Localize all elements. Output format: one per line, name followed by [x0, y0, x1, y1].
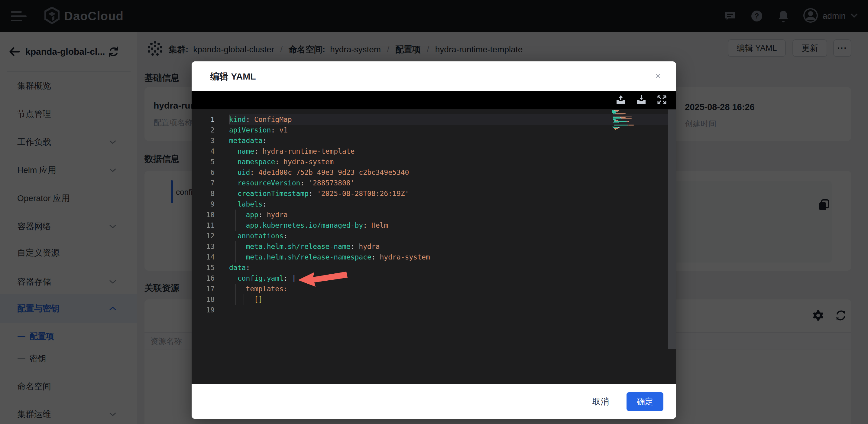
line-number: 17	[192, 284, 215, 294]
line-number: 9	[192, 199, 215, 210]
code-line[interactable]: 7 resourceVersion: '288573808'	[192, 178, 676, 188]
line-number: 1	[192, 114, 215, 125]
code-line[interactable]: 5 namespace: hydra-system	[192, 157, 676, 167]
modal-header: 编辑 YAML ×	[192, 61, 676, 91]
code-line[interactable]: 12 annotations:	[192, 231, 676, 241]
confirm-button[interactable]: 确定	[626, 392, 663, 411]
code-line[interactable]: 1kind: ConfigMap	[192, 114, 676, 125]
code-line[interactable]: 2apiVersion: v1	[192, 125, 676, 135]
code-line[interactable]: 3metadata:	[192, 135, 676, 146]
line-number: 2	[192, 125, 215, 135]
line-number: 16	[192, 273, 215, 284]
download-icon[interactable]	[636, 95, 647, 105]
line-number: 11	[192, 220, 215, 231]
editor-scrollbar[interactable]	[668, 110, 676, 349]
code-line[interactable]: 6 uid: 4de1d00c-752b-49e3-9d23-c2bc349e5…	[192, 167, 676, 178]
annotation-arrow-icon	[297, 270, 349, 290]
line-number: 19	[192, 305, 215, 315]
close-icon[interactable]: ×	[652, 70, 664, 82]
line-number: 12	[192, 231, 215, 241]
editor-toolbar	[192, 91, 676, 109]
modal-title: 编辑 YAML	[210, 70, 256, 83]
line-number: 10	[192, 210, 215, 220]
code-line[interactable]: 16 config.yaml: |	[192, 273, 676, 284]
line-number: 5	[192, 157, 215, 167]
code-lines: 1kind: ConfigMap2apiVersion: v13metadata…	[192, 114, 676, 315]
cancel-button[interactable]: 取消	[592, 396, 609, 407]
code-line[interactable]: 14 meta.helm.sh/release-namespace: hydra…	[192, 252, 676, 263]
code-line[interactable]: 10 app: hydra	[192, 210, 676, 220]
line-number: 13	[192, 241, 215, 252]
code-line[interactable]: 11 app.kubernetes.io/managed-by: Helm	[192, 220, 676, 231]
line-number: 14	[192, 252, 215, 263]
line-number: 15	[192, 263, 215, 273]
modal-footer: 取消 确定	[192, 384, 676, 419]
code-line[interactable]: 4 name: hydra-runtime-template	[192, 146, 676, 157]
line-number: 7	[192, 178, 215, 188]
line-number: 3	[192, 135, 215, 146]
code-line[interactable]: 15data:	[192, 263, 676, 273]
code-line[interactable]: 9 labels:	[192, 199, 676, 210]
line-number: 6	[192, 167, 215, 178]
fullscreen-expand-icon[interactable]	[657, 95, 667, 105]
upload-icon[interactable]	[616, 95, 626, 105]
code-line[interactable]: 13 meta.helm.sh/release-name: hydra	[192, 241, 676, 252]
line-number: 4	[192, 146, 215, 157]
yaml-code-editor[interactable]: 1kind: ConfigMap2apiVersion: v13metadata…	[192, 109, 676, 384]
line-number: 18	[192, 294, 215, 305]
line-number: 8	[192, 188, 215, 199]
code-line[interactable]: 19	[192, 305, 676, 315]
editor-minimap[interactable]	[612, 110, 646, 161]
code-line[interactable]: 8 creationTimestamp: '2025-08-28T08:26:1…	[192, 188, 676, 199]
app-root: DaoCloud ? admin	[0, 0, 868, 424]
edit-yaml-modal: 编辑 YAML × 1kind: ConfigMap2apiVersion: v…	[192, 61, 676, 419]
code-line[interactable]: 17 templates:	[192, 284, 676, 294]
code-line[interactable]: 18 []	[192, 294, 676, 305]
